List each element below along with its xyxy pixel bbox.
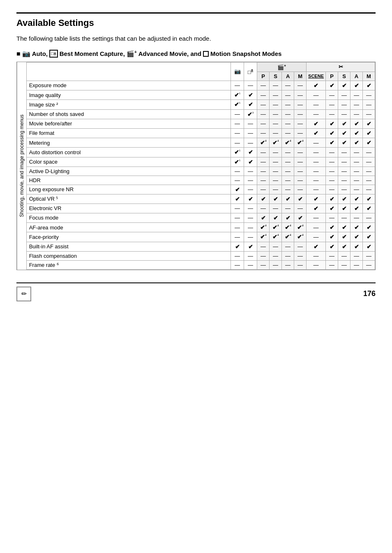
cell-value: ✔ (307, 119, 326, 128)
cell-value: — (350, 213, 363, 222)
cell-value: — (231, 167, 244, 176)
table-row: Focus mode——✔✔✔✔————— (26, 213, 375, 222)
cell-value: — (338, 251, 350, 260)
cell-value: ✔ (257, 213, 270, 222)
cell-value: ✔ (326, 194, 338, 204)
cell-value: ✔ (350, 222, 363, 232)
table-row: Flash compensation——————————— (26, 251, 375, 260)
cell-value: — (270, 109, 282, 119)
cell-value: ✔ (307, 128, 326, 138)
cell-value: ✔ (350, 204, 363, 213)
cell-value: — (326, 260, 338, 269)
cell-value: — (257, 81, 270, 90)
cell-value: — (326, 176, 338, 185)
table-row: Number of shots saved—✔³————————— (26, 109, 375, 119)
cell-value: ✔ (326, 222, 338, 232)
cell-value: — (257, 204, 270, 213)
cell-value: ✔ (294, 213, 307, 222)
row-label: Image size ² (26, 100, 231, 109)
cell-value: — (270, 251, 282, 260)
section-bmc-label: Best Moment Capture, (60, 50, 125, 58)
cell-value: — (244, 222, 257, 232)
cell-value: ✔ (338, 128, 350, 138)
table-row: Face-priority——✔⁴✔⁴✔⁴✔⁴—✔✔✔✔ (26, 232, 375, 242)
cell-value: — (307, 157, 326, 167)
cell-value: ✔ (270, 213, 282, 222)
cell-value: — (294, 148, 307, 157)
cell-value: — (231, 176, 244, 185)
cell-value: ✔ (350, 138, 363, 147)
cell-value: — (294, 251, 307, 260)
table-row: HDR——————————— (26, 176, 375, 185)
row-label: Built-in AF assist (26, 242, 231, 251)
cell-value: — (257, 109, 270, 119)
cell-value: ✔ (338, 242, 350, 251)
cell-value: — (326, 251, 338, 260)
cell-value: — (294, 157, 307, 167)
cell-value: — (282, 100, 294, 109)
row-label: Movie before/after (26, 119, 231, 128)
table-row: Metering——✔⁴✔⁴✔⁴✔⁴—✔✔✔✔ (26, 138, 375, 147)
col-adv-m: M (294, 72, 307, 81)
cell-value: ✔ (326, 81, 338, 90)
cell-value: — (307, 90, 326, 99)
bottom-bar: ✏ 176 (16, 282, 376, 301)
row-label: Long exposure NR (26, 185, 231, 194)
cell-value: — (350, 148, 363, 157)
cell-value: — (270, 242, 282, 251)
cell-value: ✔ (338, 81, 350, 90)
cell-value: — (363, 167, 375, 176)
cell-value: — (231, 232, 244, 242)
cell-value: — (294, 185, 307, 194)
row-label: Electronic VR (26, 204, 231, 213)
icon-bmc: □± (49, 50, 58, 58)
cell-value: ✔ (363, 232, 375, 242)
cell-value: — (363, 90, 375, 99)
table-row: Built-in AF assist✔✔————✔✔✔✔✔ (26, 242, 375, 251)
cell-value: — (350, 176, 363, 185)
cell-value: — (231, 109, 244, 119)
col-adv-s: S (270, 72, 282, 81)
cell-value: — (350, 90, 363, 99)
cell-value: — (294, 109, 307, 119)
section-motion-label: Motion Snapshot Modes (210, 50, 281, 58)
cell-value: — (326, 185, 338, 194)
cell-value: ✔ (350, 242, 363, 251)
cell-value: ✔ (270, 194, 282, 204)
cell-value: — (282, 81, 294, 90)
row-label: Active D-Lighting (26, 167, 231, 176)
cell-value: — (270, 128, 282, 138)
col-adv-p: P (257, 72, 270, 81)
cell-value: — (326, 167, 338, 176)
col-bmc-icon: □± (244, 62, 257, 81)
cell-value: — (294, 204, 307, 213)
cell-value: — (307, 138, 326, 147)
cell-value: ✔¹ (231, 157, 244, 167)
cell-value: — (257, 128, 270, 138)
cell-value: ✔⁴ (270, 222, 282, 232)
cell-value: — (257, 242, 270, 251)
cell-value: — (270, 185, 282, 194)
cell-value: — (326, 109, 338, 119)
cell-value: ✔ (307, 204, 326, 213)
table-row: Image quality✔¹✔————————— (26, 90, 375, 99)
cell-value: ✔ (338, 204, 350, 213)
cell-value: — (338, 157, 350, 167)
table-row: File format——————✔✔✔✔✔ (26, 128, 375, 138)
row-label: Metering (26, 138, 231, 147)
cell-value: — (244, 213, 257, 222)
cell-value: — (307, 148, 326, 157)
cell-value: ✔ (326, 232, 338, 242)
cell-value: — (363, 251, 375, 260)
sidebar-label: Shooting, movie, and image processing me… (17, 62, 26, 270)
icon-motion-snap (203, 51, 209, 57)
cell-value: ✔⁴ (294, 232, 307, 242)
cell-value: — (363, 157, 375, 167)
cell-value: — (257, 157, 270, 167)
cell-value: — (294, 167, 307, 176)
cell-value: — (282, 148, 294, 157)
cell-value: — (257, 148, 270, 157)
cell-value: — (307, 109, 326, 119)
cell-value: — (282, 119, 294, 128)
cell-value: — (270, 260, 282, 269)
